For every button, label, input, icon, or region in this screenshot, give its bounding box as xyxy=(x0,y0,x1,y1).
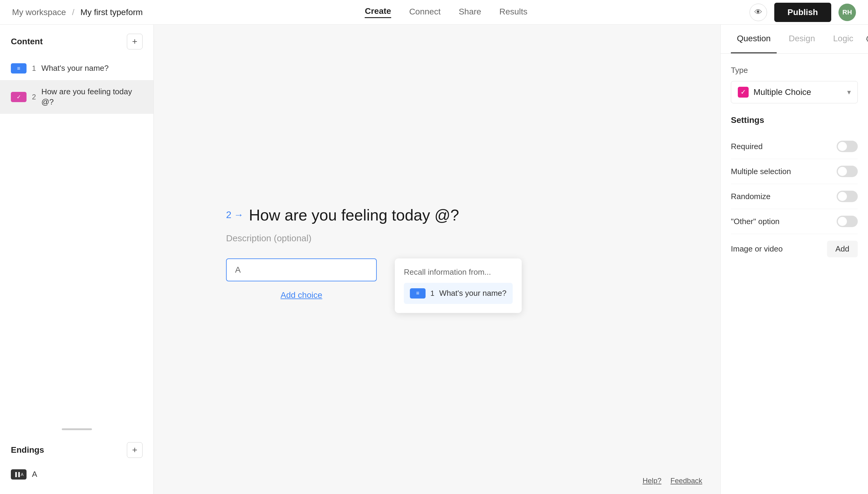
endings-section: Endings + ▐▐ A A xyxy=(0,436,153,485)
ending-item-1[interactable]: ▐▐ A A xyxy=(11,464,143,485)
feedback-link[interactable]: Feedback xyxy=(670,477,702,485)
multiple-choice-check-icon: ✓ xyxy=(738,87,749,98)
add-choice-button[interactable]: Add choice xyxy=(226,290,377,300)
setting-required: Required xyxy=(731,134,858,159)
endings-label: Endings xyxy=(11,445,44,455)
type-value: Multiple Choice xyxy=(754,87,811,97)
question-num-1: 1 xyxy=(32,64,36,73)
choice-letter-a: A xyxy=(235,265,241,275)
question-number-arrow: 2 → xyxy=(226,209,243,221)
question-text-1: What's your name? xyxy=(41,63,109,74)
tab-question[interactable]: Question xyxy=(731,25,777,53)
required-toggle[interactable] xyxy=(837,141,858,152)
add-question-button[interactable]: + xyxy=(127,34,143,50)
arrow-icon: → xyxy=(234,209,243,221)
panel-tabs: Question Design Logic ⚙ xyxy=(721,25,868,54)
randomize-label: Randomize xyxy=(731,192,771,201)
ending-text-1: A xyxy=(32,469,37,479)
chevron-down-icon: ▾ xyxy=(847,88,851,96)
multiple-choice-icon-2: ✓ xyxy=(17,94,21,100)
nav-connect[interactable]: Connect xyxy=(409,7,441,18)
canvas: 2 → How are you feeling today @? Descrip… xyxy=(154,25,720,494)
type-selector-left: ✓ Multiple Choice xyxy=(738,87,811,98)
canvas-inner: 2 → How are you feeling today @? Descrip… xyxy=(226,206,648,313)
endings-header: Endings + xyxy=(11,442,143,458)
form-name[interactable]: My first typeform xyxy=(80,7,143,17)
image-video-label: Image or video xyxy=(731,244,783,254)
settings-title: Settings xyxy=(731,115,858,125)
nav-results[interactable]: Results xyxy=(499,7,528,18)
question-description[interactable]: Description (optional) xyxy=(226,233,648,243)
nav-create[interactable]: Create xyxy=(365,6,391,18)
canvas-footer: Help? Feedback xyxy=(643,477,702,485)
question-item-1[interactable]: ≡ 1 What's your name? xyxy=(0,57,153,80)
question-badge-2: ✓ xyxy=(11,92,26,102)
content-label: Content xyxy=(11,37,43,46)
nav-share[interactable]: Share xyxy=(459,7,481,18)
question-text-2: How are you feeling today @? xyxy=(41,87,143,107)
tab-logic[interactable]: Logic xyxy=(827,25,859,53)
recall-popup: Recall information from... ≡ 1 What's yo… xyxy=(395,259,522,313)
breadcrumb-separator: / xyxy=(72,7,74,17)
recall-item-1[interactable]: ≡ 1 What's your name? xyxy=(404,283,513,304)
recall-badge-1: ≡ xyxy=(410,288,426,299)
avatar[interactable]: RH xyxy=(838,4,856,21)
other-option-toggle[interactable] xyxy=(837,216,858,227)
eye-icon: 👁 xyxy=(754,7,762,17)
multiple-selection-toggle[interactable] xyxy=(837,166,858,177)
type-selector[interactable]: ✓ Multiple Choice ▾ xyxy=(731,81,858,103)
publish-button[interactable]: Publish xyxy=(774,3,831,22)
main-layout: Content + ≡ 1 What's your name? ✓ 2 How … xyxy=(0,25,868,494)
choices-area: A Add choice Recall information from... … xyxy=(226,259,648,313)
setting-randomize: Randomize xyxy=(731,184,858,209)
setting-other-option: "Other" option xyxy=(731,209,858,234)
question-item-2[interactable]: ✓ 2 How are you feeling today @? xyxy=(0,80,153,114)
preview-button[interactable]: 👁 xyxy=(750,4,767,21)
recall-text-1: What's your name? xyxy=(439,289,506,298)
multiple-selection-label: Multiple selection xyxy=(731,167,791,176)
recall-title: Recall information from... xyxy=(404,267,513,277)
add-ending-button[interactable]: + xyxy=(127,442,143,458)
panel-body: Type ✓ Multiple Choice ▾ Settings Requir… xyxy=(721,54,868,494)
settings-gear-icon[interactable]: ⚙ xyxy=(865,34,868,44)
ending-icon: ▐▐ A xyxy=(14,472,23,477)
sidebar-scroll-indicator xyxy=(0,114,153,436)
tab-design[interactable]: Design xyxy=(783,25,821,53)
breadcrumb: My workspace / My first typeform xyxy=(12,7,143,17)
add-media-button[interactable]: Add xyxy=(827,241,858,257)
randomize-toggle[interactable] xyxy=(837,191,858,202)
question-badge-1: ≡ xyxy=(11,63,26,74)
required-label: Required xyxy=(731,142,763,151)
question-header: 2 → How are you feeling today @? xyxy=(226,206,648,224)
type-section-label: Type xyxy=(731,66,858,75)
choice-input-a[interactable]: A xyxy=(226,259,377,281)
header: My workspace / My first typeform Create … xyxy=(0,0,868,25)
content-section-header: Content + xyxy=(0,34,153,50)
main-nav: Create Connect Share Results xyxy=(365,6,528,18)
choice-text-field-a[interactable] xyxy=(246,265,368,275)
choices-list: A Add choice xyxy=(226,259,377,300)
short-text-icon-1: ≡ xyxy=(17,65,20,72)
header-actions: 👁 Publish RH xyxy=(750,3,856,22)
recall-num-1: 1 xyxy=(430,289,434,298)
setting-multiple-selection: Multiple selection xyxy=(731,159,858,184)
right-panel: Question Design Logic ⚙ Type ✓ Multiple … xyxy=(720,25,868,494)
question-num-2: 2 xyxy=(32,93,36,101)
image-video-row: Image or video Add xyxy=(731,234,858,264)
sidebar: Content + ≡ 1 What's your name? ✓ 2 How … xyxy=(0,25,154,494)
other-option-label: "Other" option xyxy=(731,217,780,226)
question-title[interactable]: How are you feeling today @? xyxy=(249,206,459,224)
ending-badge-1: ▐▐ A xyxy=(11,469,26,479)
workspace-link[interactable]: My workspace xyxy=(12,7,66,17)
recall-type-icon: ≡ xyxy=(416,290,420,297)
question-number: 2 xyxy=(226,209,232,221)
scroll-bar xyxy=(62,428,92,430)
help-link[interactable]: Help? xyxy=(643,477,662,485)
